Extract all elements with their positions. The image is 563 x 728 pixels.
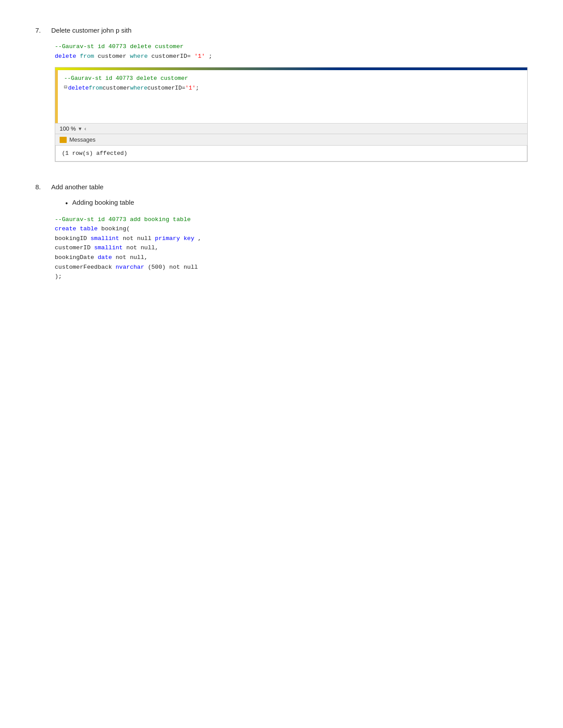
section-number-7: 7. xyxy=(35,26,48,34)
editor-delete-kw: delete xyxy=(68,83,89,93)
bullet-dot-8-0: • xyxy=(65,199,68,208)
section-8: 8. Add another table • Adding booking ta… xyxy=(35,183,528,281)
messages-tab-bar-7[interactable]: Messages xyxy=(55,134,527,146)
notnull-1-8: not null xyxy=(123,235,155,242)
code-line-customerid-8: customerID smallint not null, xyxy=(55,243,528,253)
statusbar-arrow-7[interactable]: ▾ xyxy=(79,125,82,132)
code-line-comment-8: --Gaurav-st id 40773 add booking table xyxy=(55,215,528,225)
create-kw-8: create xyxy=(55,225,76,232)
editor-str-7: '1' xyxy=(185,83,196,93)
sql-editor-7[interactable]: --Gaurav-st id 40773 delete customer ⊟ d… xyxy=(55,67,528,162)
editor-where-kw: where xyxy=(130,83,147,93)
comma-1-8: , xyxy=(198,235,201,242)
editor-cid-7: customerID= xyxy=(147,83,185,93)
closing-paren-8: ); xyxy=(55,273,62,280)
where-keyword: where xyxy=(130,53,148,60)
minus-icon-7: ⊟ xyxy=(64,83,67,92)
bullet-item-8-0: • Adding booking table xyxy=(65,199,528,208)
key-kw-8: key xyxy=(184,235,194,242)
code-line-bookingid-8: bookingID smallint not null primary key … xyxy=(55,234,528,244)
editor-line-2-7: ⊟ delete from customer where customerID=… xyxy=(64,83,521,93)
messages-tab-icon-7 xyxy=(60,137,67,143)
bookingdate-label-8: bookingDate xyxy=(55,254,98,261)
sql-statusbar-7: 100 % ▾ ‹ xyxy=(55,123,527,134)
primary-kw-8: primary xyxy=(155,235,180,242)
code-line-delete-7: delete from customer where customerID= '… xyxy=(55,52,528,61)
code-line-end-8: ); xyxy=(55,272,528,281)
code-line-feedback-8: customerFeedback nvarchar (500) not null xyxy=(55,263,528,272)
statusbar-pct-7: 100 % xyxy=(60,125,76,132)
smallint-2-kw-8: smallint xyxy=(94,244,123,251)
nvarchar-kw-8: nvarchar xyxy=(116,264,144,270)
section-7: 7. Delete customer john p sith --Gaurav-… xyxy=(35,26,528,162)
section-8-header: 8. Add another table xyxy=(35,183,528,191)
feedback-label-8: customerFeedback xyxy=(55,264,116,270)
nvarchar-paren-8: (500) xyxy=(148,264,166,270)
editor-comment-7: --Gaurav-st id 40773 delete customer xyxy=(64,74,188,83)
editor-from-kw: from xyxy=(89,83,102,93)
section-title-7: Delete customer john p sith xyxy=(51,26,132,34)
editor-content-7: --Gaurav-st id 40773 delete customer ⊟ d… xyxy=(55,70,527,123)
notnull-2-8: not null, xyxy=(126,244,159,251)
code-line-bookingdate-8: bookingDate date not null, xyxy=(55,253,528,263)
customer-text: customer xyxy=(98,53,130,60)
code-block-8: --Gaurav-st id 40773 add booking table c… xyxy=(55,215,528,281)
bullet-list-8: • Adding booking table xyxy=(65,199,528,208)
booking-paren-8: booking( xyxy=(101,225,130,232)
semicolon-7: ; xyxy=(208,53,212,60)
smallint-kw-8: smallint xyxy=(91,235,119,242)
section-number-8: 8. xyxy=(35,183,48,191)
editor-semi-7: ; xyxy=(196,83,199,93)
customerid-text: customerID= xyxy=(151,53,191,60)
comment-text-7: --Gaurav-st id 40773 delete customer xyxy=(55,43,184,50)
messages-tab-label-7: Messages xyxy=(69,136,95,143)
str-value-7: '1' xyxy=(194,53,205,60)
notnull-3-8: not null, xyxy=(116,254,148,261)
bookingid-text-8: bookingID xyxy=(55,235,91,242)
messages-content-7: (1 row(s) affected) xyxy=(55,146,527,161)
editor-lines-7: --Gaurav-st id 40773 delete customer ⊟ d… xyxy=(58,70,527,123)
code-block-7-plain: --Gaurav-st id 40773 delete customer del… xyxy=(55,42,528,162)
delete-keyword: delete xyxy=(55,53,76,60)
table-kw-8: table xyxy=(80,225,98,232)
bullet-text-8-0: Adding booking table xyxy=(72,199,134,206)
customerid-label-8: customerID xyxy=(55,244,94,251)
editor-customer-7: customer xyxy=(102,83,130,93)
code-line-create-8: create table booking( xyxy=(55,224,528,234)
from-keyword: from xyxy=(80,53,94,60)
code-plain-8: --Gaurav-st id 40773 add booking table c… xyxy=(55,215,528,281)
statusbar-chevron-7: ‹ xyxy=(84,125,86,132)
section-title-8: Add another table xyxy=(51,183,103,191)
code-line-comment-7: --Gaurav-st id 40773 delete customer xyxy=(55,42,528,52)
messages-text-7: (1 row(s) affected) xyxy=(62,150,127,157)
code-plain-7: --Gaurav-st id 40773 delete customer del… xyxy=(55,42,528,61)
notnull-4-8: not null xyxy=(169,264,198,270)
editor-line-1-7: --Gaurav-st id 40773 delete customer xyxy=(64,74,521,83)
comment-text-8: --Gaurav-st id 40773 add booking table xyxy=(55,216,191,223)
section-7-header: 7. Delete customer john p sith xyxy=(35,26,528,34)
date-kw-8: date xyxy=(98,254,112,261)
